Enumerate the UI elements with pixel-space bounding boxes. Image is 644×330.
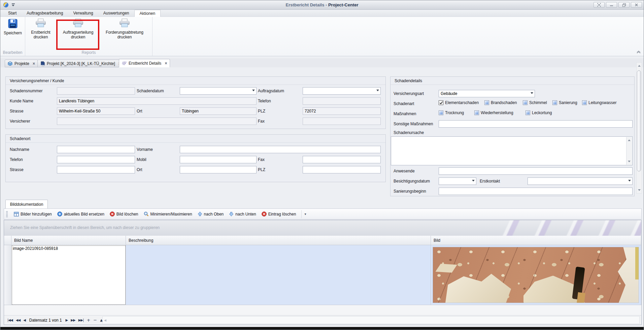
nav-append-button[interactable]: +: [87, 318, 90, 323]
anwesende-field[interactable]: [439, 167, 633, 175]
delete-image-button[interactable]: Bild löschen: [110, 211, 138, 217]
scroll-down-icon[interactable]: [628, 161, 631, 164]
column-header-bild[interactable]: Bild: [431, 236, 641, 245]
cell-bild-name[interactable]: image-20210910-085918: [11, 245, 126, 305]
checkbox-elementarschaden[interactable]: Elementarschaden: [439, 100, 479, 105]
print-forderungsabtretung-button[interactable]: Forderungsabtretung drucken: [99, 19, 150, 39]
ribbon-tab-aktionen[interactable]: Aktionen: [134, 10, 161, 17]
cell-beschreibung[interactable]: [126, 245, 431, 305]
auftragsdatum-datepicker[interactable]: [303, 87, 381, 95]
delete-entry-button[interactable]: Eintrag löschen: [262, 211, 296, 217]
nav-prev-page-button[interactable]: ◀◀: [16, 318, 20, 322]
kunde-name-field[interactable]: [57, 97, 257, 105]
close-tab-icon[interactable]: ×: [33, 61, 35, 66]
scroll-up-icon[interactable]: [628, 138, 631, 141]
ort-schadenort-field[interactable]: [180, 166, 257, 173]
checkbox-schimmel[interactable]: Schimmel: [523, 100, 547, 105]
fullscreen-button[interactable]: [594, 2, 605, 8]
fax-field[interactable]: [303, 118, 381, 125]
toolbar-overflow-dropdown[interactable]: ▾: [301, 210, 309, 218]
group-by-panel[interactable]: Ziehen Sie eine Spaltenüberschrift in di…: [4, 220, 641, 236]
nav-first-button[interactable]: |◀◀: [7, 318, 13, 322]
toolbar-grip-handle[interactable]: [6, 211, 8, 217]
close-button[interactable]: [631, 2, 642, 8]
replace-image-button[interactable]: aktuelles Bild ersetzen: [57, 211, 104, 217]
checkbox-brandschaden[interactable]: Brandschaden: [484, 100, 517, 105]
print-erstbericht-button[interactable]: Erstbericht drucken: [27, 19, 54, 39]
cell-bild[interactable]: [431, 245, 641, 305]
vorname-field[interactable]: [180, 146, 381, 153]
nav-next-button[interactable]: ▶: [66, 318, 68, 322]
versicherungsart-dropdown[interactable]: [439, 90, 535, 97]
plz-field[interactable]: [303, 107, 381, 115]
save-button[interactable]: Speichern: [2, 19, 23, 35]
row-indicator-cell[interactable]: [4, 245, 11, 305]
schadendatum-label: Schadendatum: [137, 89, 164, 93]
chevron-down-icon[interactable]: [250, 88, 256, 94]
erstkontakt-input[interactable]: [528, 178, 626, 185]
versicherungsart-input[interactable]: [439, 90, 529, 97]
chevron-down-icon[interactable]: [529, 90, 535, 97]
textarea-scrollbar[interactable]: [626, 137, 632, 165]
telefon-field[interactable]: [303, 97, 381, 105]
chevron-down-icon[interactable]: [470, 178, 476, 185]
ribbon-tab-verwaltung[interactable]: Verwaltung: [68, 10, 98, 17]
schadendatum-datepicker[interactable]: [180, 87, 257, 95]
besichtigungsdatum-input[interactable]: [439, 178, 470, 185]
restore-button[interactable]: [618, 2, 630, 8]
minimize-button[interactable]: [606, 2, 617, 8]
nav-delete-button[interactable]: −: [93, 318, 97, 323]
schadensnummer-field[interactable]: [57, 87, 135, 95]
checkbox-wiederherstellung[interactable]: Wiederherstellung: [474, 110, 513, 115]
tab-bilddokumentation[interactable]: Bilddokumentation: [5, 200, 48, 209]
nachname-field[interactable]: [57, 146, 135, 153]
erstkontakt-dropdown[interactable]: [528, 177, 633, 185]
nav-prev-button[interactable]: ◀: [23, 318, 26, 322]
doc-tab-projekt[interactable]: Projekt [K_2024-3] [K_LK-TÜ_Kirchte] ×: [37, 60, 124, 67]
ort-field[interactable]: [180, 107, 257, 115]
strasse-schadenort-field[interactable]: [57, 166, 135, 173]
ribbon-tab-start[interactable]: Start: [3, 10, 22, 17]
scroll-left-icon[interactable]: ◀: [104, 319, 106, 322]
strasse-field[interactable]: [57, 107, 135, 115]
scrollbar-thumb[interactable]: [637, 70, 641, 171]
sonstige-massnahmen-field[interactable]: [439, 120, 633, 128]
checkbox-sanierung[interactable]: Sanierung: [552, 100, 577, 105]
minimize-maximize-button[interactable]: Minimieren/Maximieren: [144, 211, 192, 217]
quick-access-toolbar-dropdown-icon[interactable]: [12, 3, 15, 7]
nav-last-button[interactable]: ▶▶|: [78, 318, 84, 322]
nav-next-page-button[interactable]: ▶▶: [71, 318, 75, 322]
scroll-down-icon[interactable]: [638, 189, 641, 192]
move-down-button[interactable]: nach Unten: [229, 211, 256, 217]
doc-tab-projekte[interactable]: Projekte ×: [5, 60, 38, 67]
print-button-label-line2: drucken: [117, 35, 132, 39]
move-up-button[interactable]: nach Oben: [198, 211, 224, 217]
mobil-field[interactable]: [180, 156, 257, 163]
ribbon-tab-auftragsbearbeitung[interactable]: Auftragsbearbeitung: [22, 10, 68, 17]
nav-edit-button[interactable]: ▲: [100, 318, 102, 322]
checkbox-leckortung[interactable]: Leckortung: [526, 110, 552, 115]
sanierungsbeginn-field[interactable]: [439, 188, 633, 195]
add-images-button[interactable]: Bilder hinzufügen: [14, 212, 52, 217]
chevron-down-icon[interactable]: [626, 178, 632, 185]
chevron-down-icon[interactable]: [375, 88, 380, 94]
column-header-bild-name[interactable]: Bild Name: [11, 236, 126, 245]
collapse-ribbon-icon[interactable]: [636, 51, 641, 54]
scroll-up-icon[interactable]: [638, 64, 641, 67]
versicherer-field[interactable]: [57, 118, 257, 125]
close-tab-icon[interactable]: ×: [165, 61, 167, 66]
telefon-schadenort-field[interactable]: [57, 156, 135, 163]
ribbon-tab-auswertungen[interactable]: Auswertungen: [98, 10, 134, 17]
checkbox-leitungswasser[interactable]: Leitungswasser: [582, 100, 616, 105]
schadendatum-input[interactable]: [180, 88, 250, 94]
schadenursache-textarea[interactable]: [391, 136, 633, 165]
besichtigungsdatum-datepicker[interactable]: [439, 177, 476, 185]
doc-tab-erstbericht-details[interactable]: Erstbericht Details ×: [119, 59, 170, 67]
checkbox-trocknung[interactable]: Trocknung: [439, 110, 464, 115]
fax-schadenort-field[interactable]: [303, 156, 381, 163]
auftragsdatum-input[interactable]: [303, 88, 375, 94]
column-header-beschreibung[interactable]: Beschreibung: [126, 236, 431, 245]
damage-photo[interactable]: [433, 247, 639, 303]
horizontal-scrollbar[interactable]: ◀: [102, 316, 640, 324]
plz-schadenort-field[interactable]: [303, 166, 381, 173]
